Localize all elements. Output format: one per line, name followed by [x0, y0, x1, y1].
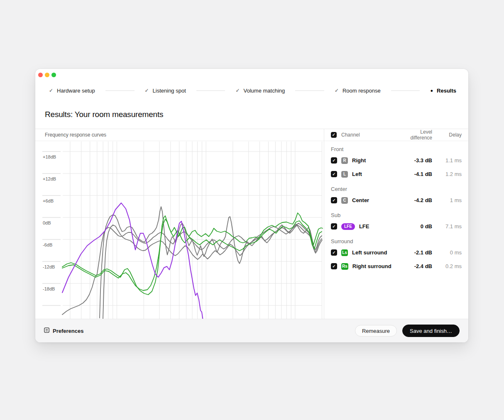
channel-badge: LFE: [341, 223, 355, 230]
level-difference-value: -4.2 dB: [399, 197, 432, 203]
check-icon: ✓: [49, 88, 53, 93]
group-label-center: Center: [331, 185, 462, 193]
channel-row-lfe: ✓LFELFE0 dB7.1 ms: [331, 220, 462, 233]
step-label: Hardware setup: [57, 88, 95, 94]
frequency-chart: +18dB+12dB+6dB0dB-6dB-12dB-18dB: [35, 129, 324, 319]
preferences-icon: [44, 327, 49, 335]
save-and-finish-button[interactable]: Save and finish…: [402, 325, 460, 337]
channel-name: Center: [352, 197, 369, 203]
channel-row-right: ✓RRight-3.3 dB1.1 ms: [331, 154, 462, 167]
step-listening-spot: ✓Listening spot: [145, 88, 186, 94]
channel-row-right-surround: ✓RsRight surround-2.4 dB0.2 ms: [331, 259, 462, 273]
delay-value: 1.1 ms: [432, 157, 462, 164]
zoom-button[interactable]: [51, 73, 56, 77]
footer-bar: Preferences Remeasure Save and finish…: [35, 319, 468, 342]
channel-checkbox[interactable]: ✓: [331, 223, 337, 230]
channel-row-left: ✓LLeft-4.1 dB1.2 ms: [331, 167, 462, 181]
channel-badge: C: [341, 197, 348, 204]
stepper-connector: [196, 90, 225, 91]
channel-badge: R: [341, 157, 348, 164]
delay-value: 1.2 ms: [432, 171, 462, 177]
column-delay: Delay: [432, 132, 462, 138]
y-tick-label: 0dB: [43, 220, 51, 225]
group-label-front: Front: [331, 145, 462, 154]
level-difference-value: -2.1 dB: [399, 249, 432, 256]
current-step-dot-icon: ●: [430, 88, 433, 93]
channel-checkbox[interactable]: ✓: [331, 197, 337, 203]
y-tick-label: +12dB: [43, 176, 56, 181]
column-channel: Channel: [341, 132, 360, 138]
channel-row-left-surround: ✓LsLeft surround-2.1 dB0 ms: [331, 246, 462, 259]
stepper-connector: [391, 90, 420, 91]
channel-badge: Ls: [341, 249, 348, 256]
stepper-connector: [105, 90, 135, 91]
close-button[interactable]: [38, 73, 43, 77]
channel-name: Left: [352, 171, 362, 177]
preferences-button[interactable]: Preferences: [44, 327, 83, 335]
channel-groups: Front✓RRight-3.3 dB1.1 ms✓LLeft-4.1 dB1.…: [324, 141, 468, 319]
y-tick-label: +6dB: [43, 198, 54, 203]
y-tick-label: -18dB: [43, 286, 55, 291]
level-difference-value: -2.4 dB: [399, 263, 432, 269]
channel-name: LFE: [359, 223, 369, 230]
remeasure-button[interactable]: Remeasure: [355, 325, 397, 337]
channel-name: Right surround: [352, 263, 391, 269]
channel-checkbox[interactable]: ✓: [331, 249, 337, 256]
group-label-surround: Surround: [331, 237, 462, 246]
channel-row-center: ✓CCenter-4.2 dB1 ms: [331, 193, 462, 207]
level-difference-value: -3.3 dB: [399, 157, 432, 164]
step-label: Results: [437, 88, 456, 94]
channel-name: Left surround: [352, 249, 387, 256]
delay-value: 7.1 ms: [432, 223, 462, 230]
page: { "window": { "traffic_lights": { "close…: [0, 0, 504, 420]
measurement-window: ✓Hardware setup✓Listening spot✓Volume ma…: [35, 69, 468, 342]
stepper: ✓Hardware setup✓Listening spot✓Volume ma…: [49, 85, 456, 95]
channel-checkbox[interactable]: ✓: [331, 171, 337, 177]
y-axis: +18dB+12dB+6dB0dB-6dB-12dB-18dB: [42, 151, 61, 305]
step-label: Listening spot: [153, 88, 186, 94]
level-difference-value: -4.1 dB: [399, 171, 432, 177]
grid: [63, 142, 322, 319]
page-title: Results: Your room measurements: [45, 110, 163, 119]
delay-value: 0 ms: [432, 249, 462, 256]
channel-name: Right: [352, 157, 366, 164]
group-label-sub: Sub: [331, 211, 462, 220]
y-tick-label: -12dB: [43, 264, 55, 269]
check-icon: ✓: [145, 88, 149, 93]
channel-table-header: ✓ Channel Level difference Delay: [324, 129, 468, 141]
channel-checkbox[interactable]: ✓: [331, 157, 337, 164]
curve-lfe: [62, 203, 203, 319]
step-volume-matching: ✓Volume matching: [235, 88, 285, 94]
channel-badge: L: [341, 171, 348, 178]
select-all-checkbox[interactable]: ✓: [331, 132, 337, 138]
y-tick-label: -6dB: [43, 242, 52, 247]
check-icon: ✓: [235, 88, 240, 93]
stepper-connector: [295, 90, 324, 91]
column-level-difference: Level difference: [399, 129, 432, 141]
check-icon: ✓: [335, 88, 339, 93]
step-room-response: ✓Room response: [335, 88, 381, 94]
channel-checkbox[interactable]: ✓: [331, 263, 337, 269]
step-label: Room response: [343, 88, 381, 94]
channel-badge: Rs: [341, 263, 348, 270]
delay-value: 0.2 ms: [432, 263, 462, 269]
delay-value: 1 ms: [432, 197, 462, 203]
level-difference-value: 0 dB: [399, 223, 432, 230]
minimize-button[interactable]: [45, 73, 49, 77]
step-label: Volume matching: [244, 88, 285, 94]
preferences-label: Preferences: [53, 328, 83, 334]
curve-center: [103, 225, 322, 319]
curve-right: [100, 207, 322, 318]
frequency-response-chart: +18dB+12dB+6dB0dB-6dB-12dB-18dB: [35, 129, 324, 319]
y-tick-label: +18dB: [43, 154, 56, 159]
step-hardware-setup: ✓Hardware setup: [49, 88, 95, 94]
window-controls: [38, 73, 56, 77]
step-results: ●Results: [430, 88, 456, 94]
